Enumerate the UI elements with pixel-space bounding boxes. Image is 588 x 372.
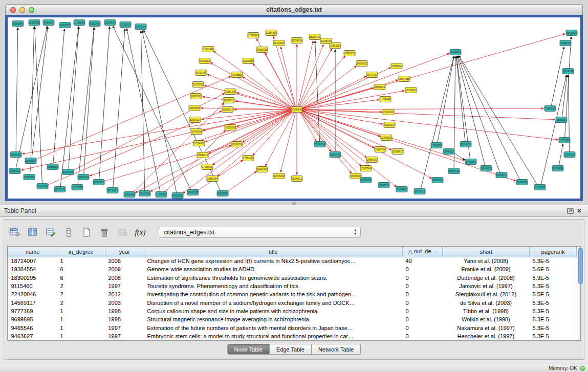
graph-node[interactable]: 15901305 [37, 184, 48, 189]
graph-node[interactable]: 10203871 [104, 20, 116, 26]
graph-edge[interactable] [299, 45, 323, 106]
column-header[interactable]: year [105, 247, 144, 257]
graph-node[interactable]: 19305471 [496, 172, 507, 178]
column-header[interactable]: name [8, 247, 57, 257]
graph-node[interactable]: 14648294 [450, 50, 461, 55]
column-header[interactable]: △ out_de… [403, 247, 443, 257]
tab-node-table[interactable]: Node Table [227, 344, 270, 355]
graph-node[interactable]: 20153110 [414, 189, 425, 194]
graph-node[interactable]: 18260513 [93, 180, 104, 185]
graph-edge[interactable] [300, 56, 345, 107]
graph-edge[interactable] [459, 56, 537, 185]
graph-edge[interactable] [16, 28, 18, 151]
table-row[interactable]: 969969511998Structural magnetic resonanc… [8, 315, 577, 323]
network-canvas-svg[interactable]: 1724054911154008122139871696209618420046… [8, 17, 580, 199]
graph-node[interactable]: 17518851 [231, 72, 243, 78]
graph-node[interactable]: 10571230 [135, 24, 146, 30]
graph-edge[interactable] [301, 66, 356, 108]
table-row[interactable]: 1938455462009Genome-wide association stu… [8, 265, 577, 273]
graph-edge[interactable] [298, 41, 313, 106]
column-header[interactable]: pagerank [530, 247, 577, 257]
graph-node[interactable]: 18140312 [566, 30, 577, 36]
graph-node[interactable]: 15957984 [360, 166, 372, 171]
graph-node[interactable]: 16150051 [24, 174, 35, 180]
graph-edge[interactable] [141, 31, 144, 190]
graph-edge[interactable] [300, 112, 361, 177]
graph-edge[interactable] [99, 27, 110, 179]
graph-edge[interactable] [438, 56, 454, 142]
graph-node[interactable]: 22045097 [381, 135, 392, 141]
column-header[interactable]: in_degree [57, 247, 105, 257]
table-row[interactable]: 946554611997Estimation of the future num… [8, 323, 577, 332]
graph-node[interactable]: 16230512 [225, 125, 236, 130]
graph-node[interactable]: 20403315 [62, 169, 74, 175]
graph-node[interactable]: 12254419 [266, 30, 277, 36]
graph-node[interactable]: 12213987 [273, 40, 285, 46]
graph-node[interactable]: 16305493 [350, 173, 361, 179]
table-row[interactable]: 1872400712008Changes of HCN gene express… [8, 257, 577, 265]
graph-node[interactable]: 10196522 [29, 20, 40, 26]
graph-node[interactable]: 22501937 [187, 190, 199, 195]
float-panel-icon[interactable] [565, 207, 575, 215]
table-row[interactable]: 1456911722003Disruption of a novel membe… [8, 298, 577, 307]
graph-node[interactable]: 12201460 [203, 47, 214, 52]
graph-node[interactable]: 11154008 [291, 38, 302, 43]
graph-edge[interactable] [127, 29, 160, 191]
new-document-icon[interactable] [80, 226, 93, 239]
graph-node[interactable]: 19380212 [222, 107, 233, 113]
graph-node[interactable]: 18245012 [291, 176, 302, 182]
graph-node[interactable]: 9152205 [89, 21, 100, 27]
graph-edge[interactable] [551, 47, 564, 105]
table-row[interactable]: 911546021997Tourette syndrome. Phenomeno… [8, 282, 577, 290]
show-columns-icon[interactable] [26, 226, 39, 239]
graph-node[interactable]: 12045310 [564, 152, 575, 158]
table-row[interactable]: 946362711997Embryonic stem cells: a mode… [8, 332, 577, 340]
graph-node[interactable]: 15016127 [384, 122, 395, 128]
graph-edge[interactable] [237, 93, 292, 108]
graph-node[interactable]: 17252140 [243, 156, 254, 161]
table-settings-icon[interactable] [8, 226, 21, 239]
graph-edge[interactable] [205, 85, 292, 109]
graph-node[interactable]: 16853243 [374, 84, 385, 90]
graph-node[interactable]: 19565305 [47, 164, 58, 170]
graph-node[interactable]: 18081256 [189, 105, 200, 111]
graph-node[interactable]: 17850831 [391, 63, 402, 69]
graph-node[interactable]: 17124502 [193, 141, 205, 146]
graph-edge[interactable] [301, 112, 361, 166]
graph-node[interactable]: 15036419 [197, 152, 208, 158]
graph-edge[interactable] [300, 112, 352, 173]
graph-edge[interactable] [280, 47, 295, 106]
graph-node[interactable]: 19950310 [78, 174, 89, 180]
graph-node[interactable]: 16305120 [360, 178, 372, 183]
graph-node[interactable]: 19057183 [190, 94, 202, 99]
graph-node[interactable]: 9634505 [43, 20, 54, 26]
graph-node[interactable]: 20730125 [107, 188, 118, 193]
graph-edge[interactable] [23, 110, 292, 154]
table-scrollbar-thumb[interactable] [578, 248, 583, 285]
graph-node[interactable]: 16481427 [256, 167, 268, 172]
graph-node[interactable]: 16754092 [465, 159, 476, 165]
graph-node[interactable]: 16751841 [195, 70, 207, 76]
table-row[interactable]: 2242004622012Investigating the contribut… [8, 290, 577, 298]
graph-node[interactable]: 19254050 [217, 191, 228, 196]
close-panel-icon[interactable]: ✕ [575, 207, 584, 215]
graph-edge[interactable] [301, 111, 366, 157]
graph-node[interactable]: 14275512 [192, 82, 204, 87]
edit-columns-icon[interactable] [44, 226, 57, 239]
graph-node[interactable]: 10893710 [9, 168, 20, 174]
graph-edge[interactable] [559, 144, 563, 165]
graph-node[interactable]: 19103454 [273, 173, 285, 179]
graph-edge[interactable] [201, 108, 292, 110]
table-row[interactable]: 977716911998Corpus callosum shape and si… [8, 307, 577, 315]
graph-node[interactable]: 15154091 [405, 87, 417, 93]
graph-node[interactable]: 11036447 [380, 97, 391, 102]
graph-node[interactable]: 16854921 [366, 157, 378, 163]
graph-node[interactable]: 13907117 [189, 117, 201, 123]
tab-edge-table[interactable]: Edge Table [270, 344, 312, 355]
table-source-select[interactable]: citations_edges.txt ▲▼ [159, 227, 361, 238]
graph-edge[interactable] [16, 27, 47, 168]
graph-edge[interactable] [142, 31, 177, 192]
memory-ok-icon[interactable] [580, 366, 585, 371]
graph-node[interactable]: 17693259 [431, 143, 442, 148]
graph-node[interactable]: 25160903 [139, 191, 150, 196]
